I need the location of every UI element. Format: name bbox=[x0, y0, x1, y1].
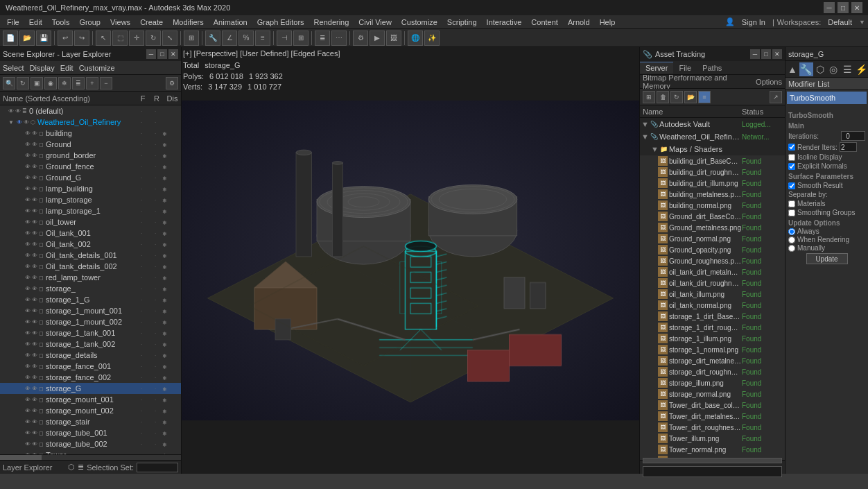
mp-isoline-check[interactable] bbox=[788, 154, 795, 161]
se-list-item[interactable]: 👁 👁 ◻ building · · ❄ bbox=[0, 128, 181, 139]
menu-civil-view[interactable]: Civil View bbox=[354, 17, 395, 27]
mp-render-iters-input[interactable] bbox=[840, 142, 857, 152]
at-file-item[interactable]: 🖼 storage_dirt_metalness.png Found bbox=[640, 355, 785, 366]
reference-btn[interactable]: ⊞ bbox=[184, 31, 199, 46]
menu-content[interactable]: Content bbox=[527, 17, 562, 27]
at-file-item[interactable]: 🖼 storage_1_illum.png Found bbox=[640, 333, 785, 344]
se-list-item[interactable]: 👁 👁 ◻ red_lamp_tower · · ❄ bbox=[0, 272, 181, 283]
close-btn[interactable]: ✕ bbox=[851, 2, 862, 13]
percent-snap-btn[interactable]: % bbox=[238, 31, 254, 46]
se-delete-btn[interactable]: − bbox=[100, 77, 112, 89]
se-list-item[interactable]: 👁 👁 ◻ Oil_tank_002 · · ❄ bbox=[0, 239, 181, 250]
menu-edit[interactable]: Edit bbox=[25, 17, 46, 27]
at-close-btn[interactable]: ✕ bbox=[772, 49, 782, 59]
se-list-item[interactable]: 👁 👁 ◻ Ground_fence · · ❄ bbox=[0, 161, 181, 172]
se-freeze-btn[interactable]: ❄ bbox=[58, 77, 71, 89]
at-file-item[interactable]: 🖼 storage_dirt_roughness.png Found bbox=[640, 366, 785, 377]
menu-arnold[interactable]: Arnold bbox=[564, 17, 594, 27]
at-file-item[interactable]: 🖼 Ground_roughness.png Found bbox=[640, 255, 785, 266]
at-subgroup[interactable]: ▼ 📁 Maps / Shaders bbox=[640, 143, 785, 155]
sign-in-btn[interactable]: Sign In bbox=[738, 17, 770, 27]
mp-smooth-check[interactable] bbox=[788, 182, 795, 189]
se-list-item[interactable]: 👁 👁 ◻ Tower · · ❄ bbox=[0, 449, 181, 454]
at-file-item[interactable]: 🖼 Tower_dirt_metalness.png Found bbox=[640, 411, 785, 422]
new-btn[interactable]: 📄 bbox=[3, 31, 18, 46]
workspaces-btn[interactable]: Default bbox=[824, 17, 856, 27]
se-min-btn[interactable]: ─ bbox=[146, 49, 156, 59]
se-list-item[interactable]: 👁 👁 ◻ storage_tube_001 · · ❄ bbox=[0, 427, 181, 438]
at-file-item[interactable]: 🖼 storage_1_normal.png Found bbox=[640, 344, 785, 355]
menu-graph-editors[interactable]: Graph Editors bbox=[253, 17, 309, 27]
se-scrollbar[interactable] bbox=[0, 454, 181, 460]
se-list-item[interactable]: 👁 👁 ◻ Oil_tank_details_002 · · ❄ bbox=[0, 261, 181, 272]
at-btn5[interactable]: ≡ bbox=[698, 91, 711, 103]
se-list-item[interactable]: 👁 👁 ◻ Ground · · ❄ bbox=[0, 139, 181, 150]
scale-btn[interactable]: ⤡ bbox=[162, 31, 177, 46]
mp-iterations-input[interactable] bbox=[841, 131, 865, 141]
se-filter-btn[interactable]: 🔍 bbox=[3, 77, 15, 89]
mp-tab-utilities[interactable]: ⚡ bbox=[854, 62, 868, 76]
mp-always-radio[interactable] bbox=[788, 228, 795, 235]
se-list-item[interactable]: 👁 👁 ◻ Oil_tank_details_001 · · ❄ bbox=[0, 250, 181, 261]
open-btn[interactable]: 📂 bbox=[19, 31, 35, 46]
at-tab-file[interactable]: File bbox=[673, 62, 697, 74]
save-btn[interactable]: 💾 bbox=[36, 31, 51, 46]
mp-manually-radio[interactable] bbox=[788, 245, 795, 252]
layer-btn[interactable]: ≣ bbox=[315, 31, 330, 46]
se-list-item[interactable]: 👁 👁 ◻ storage_stair · · ❄ bbox=[0, 416, 181, 427]
at-max-btn[interactable]: □ bbox=[761, 49, 771, 59]
render-frame-btn[interactable]: 🖼 bbox=[386, 31, 401, 46]
at-file-item[interactable]: 🖼 storage_illum.png Found bbox=[640, 377, 785, 388]
menu-create[interactable]: Create bbox=[136, 17, 167, 27]
at-file-item[interactable]: 🖼 oil_tank_dirt_metalness.png Found bbox=[640, 266, 785, 277]
menu-animation[interactable]: Animation bbox=[209, 17, 252, 27]
se-list-item[interactable]: 👁 👁 ◻ lamp_storage · · ❄ bbox=[0, 194, 181, 205]
se-list-item[interactable]: 👁 👁 ≣ 0 (default) · · bbox=[0, 105, 181, 117]
at-btn4[interactable]: 📂 bbox=[684, 91, 697, 103]
menu-tools[interactable]: Tools bbox=[48, 17, 74, 27]
se-hide-btn[interactable]: ◉ bbox=[44, 77, 57, 89]
menu-interactive[interactable]: Interactive bbox=[483, 17, 526, 27]
se-list-item[interactable]: 👁 👁 ◻ storage_fance_002 · · ❄ bbox=[0, 372, 181, 383]
se-settings-btn[interactable]: ⚙ bbox=[166, 77, 178, 89]
mp-tab-hierarchy[interactable]: ⬡ bbox=[813, 62, 827, 76]
se-list-item[interactable]: 👁 👁 ◻ ground_border · · ❄ bbox=[0, 150, 181, 161]
at-file-item[interactable]: 🖼 building_dirt_BaseColor.png Found bbox=[640, 155, 785, 166]
at-file-item[interactable]: 🖼 building_dirt_roughness.png Found bbox=[640, 166, 785, 178]
at-btn3[interactable]: ↻ bbox=[670, 91, 683, 103]
menu-rendering[interactable]: Rendering bbox=[310, 17, 354, 27]
spinner-snap-btn[interactable]: ≡ bbox=[255, 31, 270, 46]
at-file-item[interactable]: 🖼 storage_1_dirt_Base_Color.png Found bbox=[640, 311, 785, 322]
render-btn[interactable]: ▶ bbox=[370, 31, 385, 46]
se-list-item[interactable]: 👁 👁 ◻ storage_ · · ❄ bbox=[0, 283, 181, 294]
mp-tab-motion[interactable]: ◎ bbox=[826, 62, 840, 76]
mp-tab-display2[interactable]: ☰ bbox=[840, 62, 854, 76]
select-btn[interactable]: ↖ bbox=[96, 31, 111, 46]
at-file-item[interactable]: 🖼 oil_tank_dirt_roughness.png Found bbox=[640, 277, 785, 289]
mp-smoothing-check[interactable] bbox=[788, 209, 795, 216]
select-region-btn[interactable]: ⬚ bbox=[112, 31, 128, 46]
se-list-item[interactable]: 👁 👁 ◻ storage_1_mount_002 · · ❄ bbox=[0, 316, 181, 327]
at-group-item[interactable]: ▼ 📎 Weathered_Oil_Refinery_max_vray.max … bbox=[640, 130, 785, 143]
ribbon-btn[interactable]: ⋯ bbox=[331, 31, 347, 46]
se-display[interactable]: Display bbox=[30, 64, 55, 72]
se-list-item[interactable]: 👁 👁 ◻ storage_G · · ❄ bbox=[0, 383, 181, 394]
se-list-item[interactable]: 👁 👁 ◻ Ground_G · · ❄ bbox=[0, 172, 181, 183]
at-file-item[interactable]: 🖼 oil_tank_illum.png Found bbox=[640, 289, 785, 300]
se-layer-btn[interactable]: ≣ bbox=[72, 77, 85, 89]
menu-views[interactable]: Views bbox=[106, 17, 134, 27]
at-btn2[interactable]: 🗑 bbox=[657, 91, 669, 103]
effects-btn[interactable]: ✨ bbox=[424, 31, 440, 46]
mp-materials-check[interactable] bbox=[788, 200, 795, 207]
at-file-item[interactable]: 🖼 Tower_dirt_roughness.png Found bbox=[640, 422, 785, 433]
se-list-item[interactable]: 👁 👁 ◻ storage_mount_002 · · ❄ bbox=[0, 405, 181, 416]
at-search-input[interactable] bbox=[643, 466, 782, 477]
at-file-item[interactable]: 🖼 storage_1_dirt_roughness.png Found bbox=[640, 322, 785, 333]
menu-modifiers[interactable]: Modifiers bbox=[168, 17, 208, 27]
render-setup-btn[interactable]: ⚙ bbox=[353, 31, 368, 46]
mp-render-iters-check[interactable] bbox=[788, 144, 795, 151]
at-search-btn[interactable]: ↗ bbox=[770, 91, 782, 103]
se-list-item[interactable]: 👁 👁 ◻ storage_details · · ❄ bbox=[0, 350, 181, 361]
at-bitmap-perf[interactable]: Bitmap Performance and Memory bbox=[643, 74, 750, 90]
align-btn[interactable]: ⊞ bbox=[293, 31, 309, 46]
